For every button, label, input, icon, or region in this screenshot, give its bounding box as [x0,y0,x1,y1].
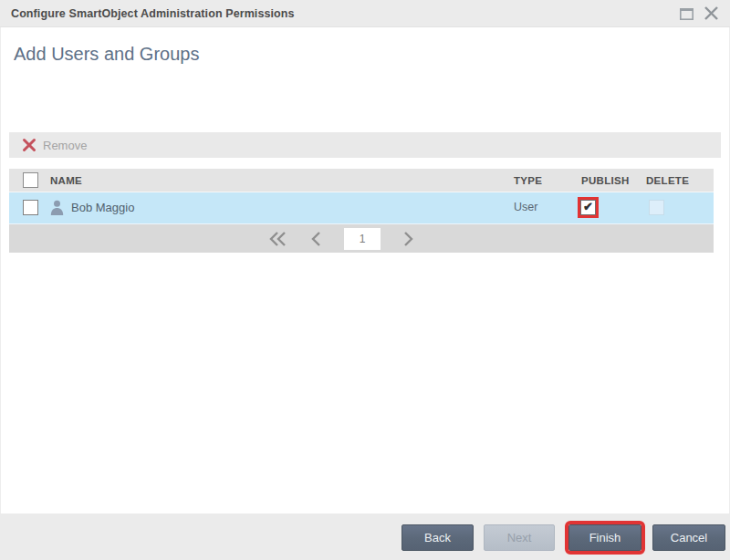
close-icon [704,5,719,21]
pagination-controls: 1 [268,228,414,250]
column-header-name[interactable]: NAME [50,169,82,192]
window-title: Configure SmartObject Administration Per… [11,7,295,20]
first-page-icon[interactable] [268,231,288,247]
row-name: Bob Maggio [71,201,134,214]
table-row[interactable]: Bob Maggio User ✔ [9,192,714,223]
row-type: User [514,201,537,213]
user-icon [50,200,64,220]
finish-button[interactable]: Finish [568,524,641,551]
select-all-checkbox[interactable] [23,172,38,188]
title-bar: Configure SmartObject Administration Per… [0,0,730,27]
publish-checkbox[interactable]: ✔ [580,200,596,215]
checkmark-icon: ✔ [583,201,593,213]
remove-label: Remove [43,139,87,152]
delete-checkbox[interactable] [649,200,664,215]
current-page[interactable]: 1 [344,228,381,250]
table-header: NAME TYPE PUBLISH DELETE [9,169,714,192]
back-button[interactable]: Back [402,524,474,551]
users-table: NAME TYPE PUBLISH DELETE Bob Maggio User… [9,169,714,253]
next-page-icon[interactable] [402,231,414,247]
maximize-icon [679,6,694,21]
column-header-publish[interactable]: PUBLISH [581,169,630,192]
next-button[interactable]: Next [484,524,555,551]
window-controls [679,5,719,21]
footer-bar: Back Next Finish Cancel [0,513,730,560]
column-header-delete[interactable]: DELETE [646,169,689,192]
toolbar: Remove [9,132,721,158]
remove-button[interactable]: Remove [16,132,92,158]
dialog-window: Configure SmartObject Administration Per… [0,0,730,560]
remove-x-icon [22,138,36,152]
pagination-bar: 1 [9,223,714,253]
previous-page-icon[interactable] [310,231,322,247]
page-title: Add Users and Groups [14,44,199,65]
maximize-button[interactable] [679,6,694,21]
column-header-type[interactable]: TYPE [514,169,542,192]
row-checkbox[interactable] [23,200,38,215]
cancel-button[interactable]: Cancel [652,524,725,551]
close-button[interactable] [704,5,719,21]
